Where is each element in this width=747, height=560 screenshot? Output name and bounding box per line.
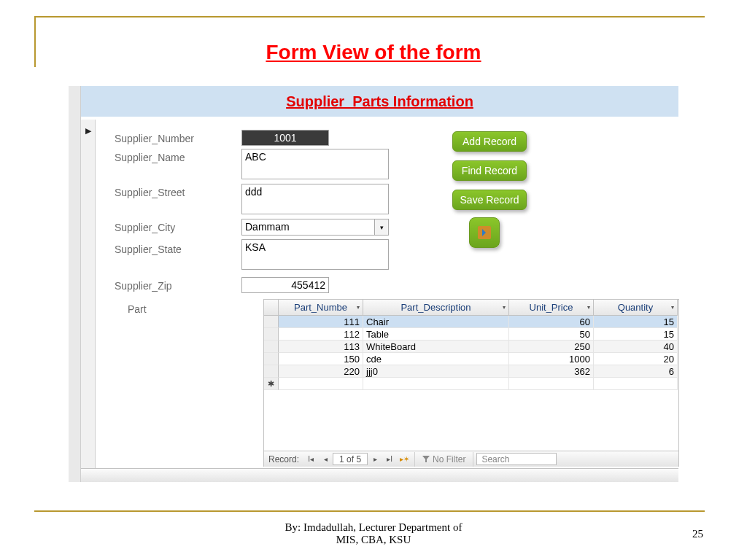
supplier-city-dropdown-button[interactable]: ▾ [374,219,389,236]
grid-cell[interactable]: jjj0 [363,365,509,378]
row-selector[interactable] [264,341,279,353]
label-part: Part [128,303,147,315]
separator [414,452,415,467]
grid-cell[interactable]: 1000 [509,353,594,365]
nav-first-button[interactable]: I◂ [303,453,318,466]
col-header-unit-price[interactable]: Unit_Price▾ [509,300,594,316]
nav-position-box[interactable]: 1 of 5 [333,453,368,465]
nav-search-box[interactable]: Search [476,453,557,465]
table-row[interactable]: 150cde100020 [264,353,678,365]
door-exit-icon [478,226,491,239]
grid-cell[interactable] [509,378,594,390]
label-supplier-name: Supplier_Name [115,152,185,163]
col-header-part-description[interactable]: Part_Description▾ [363,300,509,316]
exit-button[interactable] [469,217,500,248]
row-selector[interactable] [264,365,279,378]
supplier-number-field[interactable]: 1001 [241,130,329,146]
grid-cell[interactable]: WhiteBoard [363,341,509,353]
table-row[interactable]: 111Chair6015 [264,316,678,328]
grid-header-row: Part_Numbe▾ Part_Description▾ Unit_Price… [264,300,678,316]
grid-cell[interactable]: 112 [279,328,363,341]
grid-cell[interactable] [594,378,678,390]
grid-cell[interactable]: 40 [594,341,678,353]
dropdown-caret-icon: ▾ [357,304,360,311]
grid-cell[interactable]: Chair [363,316,509,328]
col-header-quantity[interactable]: Quantity▾ [594,300,678,316]
label-supplier-city: Supplier_City [115,222,175,233]
grid-cell[interactable]: 6 [594,365,678,378]
grid-cell[interactable]: cde [363,353,509,365]
subform-record-navigator: Record: I◂ ◂ 1 of 5 ▸ ▸I ▸✶ No Filter Se… [264,451,678,467]
grid-cell[interactable]: 220 [279,365,363,378]
save-record-button[interactable]: Save Record [452,190,527,210]
dropdown-caret-icon: ▾ [671,304,674,311]
row-selector[interactable] [264,328,279,341]
form-header-band: Supplier_Parts Information [81,86,678,117]
nav-next-button[interactable]: ▸ [368,453,382,466]
supplier-zip-field[interactable]: 455412 [241,277,329,293]
table-row[interactable]: 113WhiteBoard25040 [264,341,678,353]
label-supplier-number: Supplier_Number [115,133,194,144]
label-supplier-zip: Supplier_Zip [115,280,172,292]
grid-select-all-corner[interactable] [264,300,279,316]
grid-cell[interactable]: 15 [594,316,678,328]
new-record-row[interactable]: ✱ [264,378,678,390]
supplier-city-combobox[interactable]: Dammam [241,219,375,236]
add-record-button[interactable]: Add Record [452,131,527,152]
label-supplier-street: Supplier_Street [115,187,185,198]
page-number: 25 [692,528,703,540]
dropdown-caret-icon: ▾ [503,304,506,311]
grid-cell[interactable]: 111 [279,316,363,328]
nav-prev-button[interactable]: ◂ [318,453,333,466]
table-row[interactable]: 112Table5015 [264,328,678,341]
nav-record-label: Record: [264,454,303,464]
grid-cell[interactable]: 60 [509,316,594,328]
main-form-record-navigator[interactable] [81,468,678,482]
access-form-window: Supplier_Parts Information ▶ Supplier_Nu… [69,86,678,482]
current-record-marker-icon: ▶ [82,124,94,137]
grid-cell[interactable]: 362 [509,365,594,378]
grid-cell[interactable] [363,378,509,390]
table-row[interactable]: 220jjj03626 [264,365,678,378]
form-detail-area: Supplier_Number Supplier_Name Supplier_S… [96,120,678,468]
top-rule [34,16,705,18]
bottom-rule [34,510,705,512]
col-header-part-number[interactable]: Part_Numbe▾ [279,300,363,316]
supplier-state-field[interactable]: KSA [241,239,389,270]
supplier-name-field[interactable]: ABC [241,149,389,179]
supplier-street-field[interactable]: ddd [241,184,389,214]
nav-new-button[interactable]: ▸✶ [397,453,411,466]
dropdown-caret-icon: ▾ [587,304,590,311]
slide-title: Form View of the form [0,41,747,64]
grid-cell[interactable]: 250 [509,341,594,353]
grid-cell[interactable]: 20 [594,353,678,365]
grid-cell[interactable]: 113 [279,341,363,353]
label-supplier-state: Supplier_State [115,244,182,255]
grid-cell[interactable]: 15 [594,328,678,341]
row-selector[interactable] [264,316,279,328]
chevron-down-icon: ▾ [380,224,384,231]
grid-cell[interactable]: Table [363,328,509,341]
nav-filter-indicator[interactable]: No Filter [418,454,470,464]
vertical-scrollbar[interactable] [69,86,81,482]
funnel-icon [422,456,430,463]
parts-subform-grid: Part_Numbe▾ Part_Description▾ Unit_Price… [263,299,679,467]
new-record-star-icon: ✱ [264,378,279,390]
row-selector[interactable] [264,353,279,365]
grid-cell[interactable] [279,378,363,390]
separator [473,452,473,467]
nav-last-button[interactable]: ▸I [382,453,397,466]
record-selector-gutter[interactable] [81,120,96,468]
grid-cell[interactable]: 50 [509,328,594,341]
form-header-title: Supplier_Parts Information [286,93,473,110]
find-record-button[interactable]: Find Record [452,160,527,181]
grid-cell[interactable]: 150 [279,353,363,365]
slide-footer: By: Imdadullah, Lecturer Department of M… [0,521,747,546]
